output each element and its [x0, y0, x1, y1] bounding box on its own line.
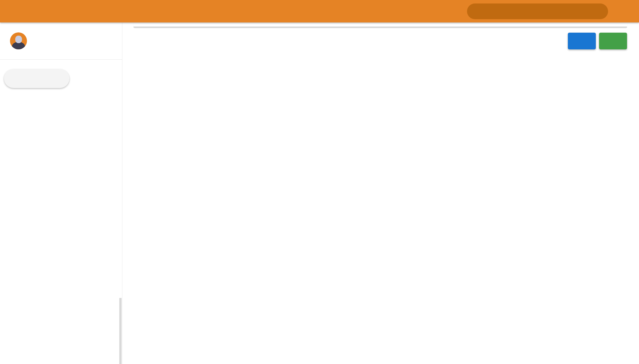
- mealie-logo-icon: [29, 4, 44, 19]
- save-button[interactable]: [599, 33, 627, 49]
- top-app-bar: [0, 0, 639, 22]
- sidebar-divider: [0, 59, 122, 60]
- sidebar: [0, 22, 122, 364]
- close-icon: [144, 37, 153, 46]
- cancel-button[interactable]: [134, 37, 159, 46]
- sidebar-scrollbar[interactable]: [119, 298, 122, 364]
- save-icon: [606, 37, 615, 46]
- menu-button[interactable]: [6, 4, 20, 18]
- main-content: [122, 22, 639, 364]
- parse-all-button[interactable]: [568, 33, 596, 49]
- search-icon: [474, 6, 483, 16]
- parser-toolbar: [134, 33, 627, 49]
- logout-button[interactable]: [618, 6, 631, 16]
- logout-icon: [618, 6, 627, 16]
- apple-icon: [575, 37, 584, 46]
- search-input[interactable]: [467, 4, 608, 19]
- heart-icon: [40, 37, 46, 44]
- create-button[interactable]: [4, 69, 69, 88]
- favorite-recipes-link[interactable]: [37, 37, 51, 44]
- avatar: [10, 32, 27, 49]
- hamburger-menu-icon: [7, 6, 19, 17]
- previous-card-edge: [134, 22, 627, 28]
- user-profile[interactable]: [0, 22, 122, 49]
- plus-icon: [13, 73, 25, 84]
